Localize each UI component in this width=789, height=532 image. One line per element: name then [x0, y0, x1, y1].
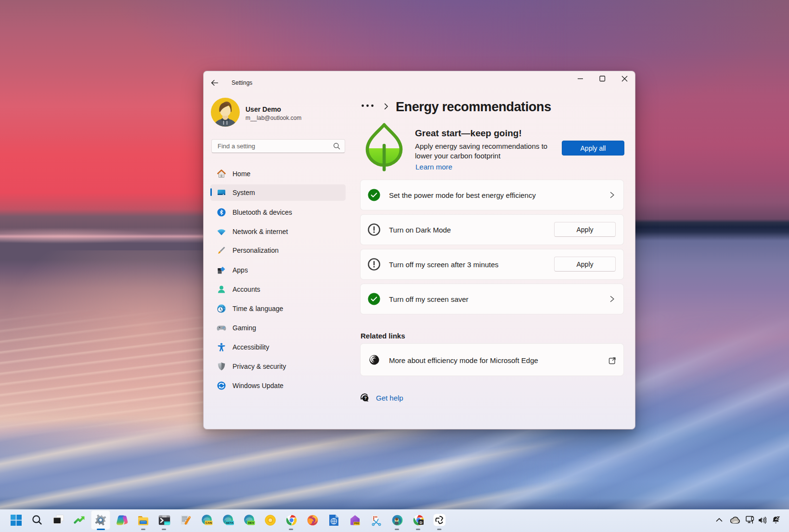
- svg-text:CAN: CAN: [205, 521, 212, 524]
- svg-text:PRE: PRE: [354, 522, 359, 525]
- svg-text:D: D: [419, 520, 422, 524]
- svg-text:BETA: BETA: [226, 521, 233, 524]
- svg-text:?: ?: [364, 396, 366, 401]
- svg-text:DEV: DEV: [248, 521, 255, 524]
